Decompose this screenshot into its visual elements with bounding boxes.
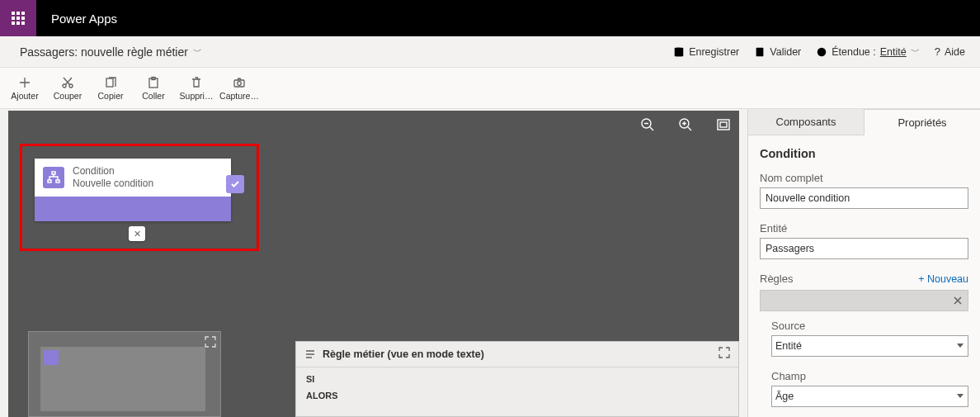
svg-rect-16 <box>52 172 55 174</box>
svg-rect-7 <box>106 78 113 87</box>
flow-icon <box>43 167 64 188</box>
snapshot-button[interactable]: Capture… <box>218 76 261 101</box>
add-button[interactable]: Ajouter <box>3 76 46 101</box>
check-icon <box>230 179 240 189</box>
rule-row[interactable] <box>760 290 968 311</box>
page-title: Passagers: nouvelle règle métier <box>20 45 188 59</box>
display-name-label: Nom complet <box>760 172 968 184</box>
svg-point-5 <box>63 84 66 88</box>
zoom-in-icon <box>678 117 693 132</box>
text-view-panel: Règle métier (vue en mode texte) SI ALOR… <box>295 341 739 417</box>
display-name-input[interactable] <box>760 187 968 209</box>
scissors-icon <box>61 76 74 89</box>
condition-node[interactable]: Condition Nouvelle condition <box>35 159 231 221</box>
minimap-node <box>44 350 59 365</box>
trash-icon <box>190 76 203 89</box>
camera-icon <box>233 76 246 89</box>
scope-icon <box>816 46 827 58</box>
delete-button[interactable]: Suppri… <box>175 76 218 101</box>
svg-point-11 <box>238 81 242 85</box>
copy-icon <box>104 76 117 89</box>
svg-rect-17 <box>48 180 51 182</box>
true-branch-button[interactable] <box>226 175 244 193</box>
brand-title: Power Apps <box>36 0 132 36</box>
new-rule-button[interactable]: + Nouveau <box>918 273 968 285</box>
close-icon[interactable] <box>953 296 963 306</box>
source-select[interactable]: Entité <box>771 335 968 357</box>
svg-rect-14 <box>718 120 729 130</box>
help-icon: ? <box>935 45 940 58</box>
chevron-down-icon: ﹀ <box>911 45 920 58</box>
svg-rect-18 <box>56 180 59 182</box>
plus-icon <box>18 76 31 89</box>
design-canvas[interactable]: Condition Nouvelle condition ✕ <box>8 111 739 417</box>
rules-label: Règles <box>760 272 793 285</box>
entity-input[interactable] <box>760 238 968 259</box>
expand-icon <box>205 336 216 348</box>
properties-section-title: Condition <box>760 147 968 160</box>
svg-rect-15 <box>720 122 727 127</box>
fit-icon <box>716 117 731 132</box>
app-launcher[interactable] <box>0 0 36 36</box>
scope-selector[interactable]: Étendue : Entité ﹀ <box>816 45 919 58</box>
condition-title: Condition <box>73 165 153 178</box>
text-view-if: SI <box>306 371 728 387</box>
tab-properties[interactable]: Propriétés <box>864 109 980 135</box>
waffle-icon <box>12 12 25 25</box>
svg-rect-1 <box>677 47 681 50</box>
svg-rect-2 <box>676 52 681 55</box>
minimap[interactable] <box>28 331 221 417</box>
validate-icon <box>754 46 766 58</box>
help-link[interactable]: ? Aide <box>935 45 965 58</box>
save-button[interactable]: Enregistrer <box>673 46 739 58</box>
copy-button[interactable]: Copier <box>89 76 132 101</box>
minimap-viewport <box>40 347 205 411</box>
chevron-down-icon[interactable]: ﹀ <box>193 45 202 58</box>
zoom-out-icon <box>640 117 655 132</box>
svg-point-4 <box>817 47 827 56</box>
tab-components[interactable]: Composants <box>748 109 864 135</box>
paste-button[interactable]: Coller <box>132 76 175 101</box>
svg-rect-3 <box>756 47 764 56</box>
condition-subtitle: Nouvelle condition <box>73 178 153 190</box>
save-icon <box>673 46 685 58</box>
text-view-then: ALORS <box>306 387 728 404</box>
close-icon: ✕ <box>134 229 141 239</box>
zoom-out-button[interactable] <box>640 117 655 135</box>
expand-icon <box>719 347 730 358</box>
source-label: Source <box>771 320 968 332</box>
cut-button[interactable]: Couper <box>46 76 89 101</box>
validate-button[interactable]: Valider <box>754 46 801 58</box>
field-label: Champ <box>771 370 968 382</box>
zoom-in-button[interactable] <box>678 117 693 135</box>
minimap-expand-button[interactable] <box>205 336 216 348</box>
svg-point-6 <box>69 84 73 88</box>
fit-screen-button[interactable] <box>716 117 731 135</box>
entity-label: Entité <box>760 222 968 235</box>
field-select[interactable]: Âge <box>771 386 968 407</box>
paste-icon <box>147 76 160 89</box>
false-branch-button[interactable]: ✕ <box>129 226 145 241</box>
text-view-expand-button[interactable] <box>719 347 730 362</box>
text-lines-icon <box>304 348 316 360</box>
text-view-title: Règle métier (vue en mode texte) <box>323 348 484 360</box>
